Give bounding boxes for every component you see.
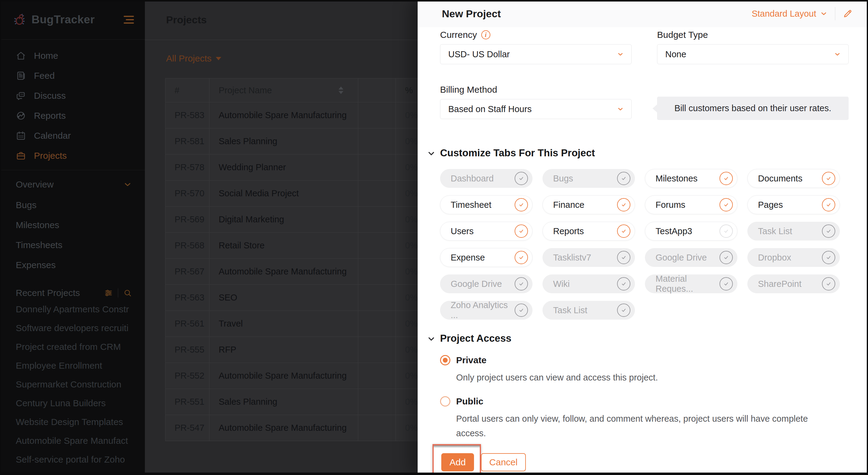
table-row[interactable]: PR-578Wedding Planner0% — [165, 155, 418, 181]
sidebar-item-timesheets[interactable]: Timesheets — [0, 235, 145, 255]
all-projects-filter[interactable]: All Projects — [166, 53, 221, 64]
project-name[interactable]: Retail Store — [210, 233, 358, 259]
recent-project-item[interactable]: Self-service portal for Zoho — [0, 450, 145, 469]
sort-icon[interactable] — [339, 87, 343, 94]
sidebar-item-expenses[interactable]: Expenses — [0, 255, 145, 275]
filter-sliders-icon[interactable] — [104, 288, 113, 297]
tab-pill-documents[interactable]: Documents — [747, 169, 840, 188]
budget-type-label: Budget Type — [657, 30, 848, 40]
table-row[interactable]: PR-568Retail Store0% — [165, 233, 418, 259]
briefcase-icon — [16, 151, 26, 161]
tab-pill-zoho-analytics: Zoho Analytics ... — [440, 301, 532, 320]
recent-project-item[interactable]: Employee Enrollment — [0, 356, 145, 375]
sidebar-item-milestones[interactable]: Milestones — [0, 215, 145, 235]
table-row[interactable]: PR-551Sales Planning0% — [165, 389, 418, 415]
pill-label: Expense — [451, 253, 485, 263]
project-id: PR-570 — [165, 181, 210, 207]
form-footer: Add Cancel — [440, 444, 848, 475]
tab-pill-expense[interactable]: Expense — [440, 248, 532, 267]
check-icon — [822, 172, 835, 185]
project-name[interactable]: Wedding Planner — [210, 155, 358, 181]
add-button[interactable]: Add — [441, 453, 474, 471]
table-row[interactable]: PR-561Travel0% — [165, 311, 418, 337]
currency-value: USD- US Dollar — [448, 50, 510, 59]
field-label: Billing Method — [440, 85, 497, 95]
check-icon — [617, 304, 630, 317]
sidebar-item-home[interactable]: Home — [0, 46, 145, 66]
project-name[interactable]: Automobile Spare Manufacturing — [210, 415, 358, 441]
recent-project-item[interactable]: Supermarket Construction — [0, 375, 145, 394]
sidebar-item-feed[interactable]: Feed — [0, 66, 145, 86]
table-row[interactable]: PR-569Digital Marketing0% — [165, 207, 418, 233]
project-name[interactable]: SEO — [210, 285, 358, 311]
currency-select[interactable]: USD- US Dollar — [440, 44, 631, 64]
search-icon[interactable] — [123, 288, 132, 297]
project-name[interactable]: RFP — [210, 337, 358, 363]
table-row[interactable]: PR-583Automobile Spare Manufacturing0% — [165, 102, 418, 128]
main-header: Projects — [145, 0, 417, 40]
project-name[interactable]: Automobile Spare Manufacturing — [210, 259, 358, 285]
project-name[interactable]: Digital Marketing — [210, 207, 358, 233]
recent-project-item[interactable]: Website Design Templates — [0, 413, 145, 432]
hamburger-menu-icon[interactable] — [124, 16, 134, 24]
tab-pill-google-drive: Google Drive — [645, 248, 737, 267]
project-name[interactable]: Social Media Project — [210, 181, 358, 207]
table-row[interactable]: PR-547Automobile Spare Manufacturing0% — [165, 415, 418, 441]
pill-label: Task List — [758, 226, 792, 236]
project-name[interactable]: Automobile Spare Manufacturing — [210, 102, 358, 128]
sidebar-item-label: Feed — [34, 71, 55, 81]
tab-pill-users[interactable]: Users — [440, 222, 532, 241]
table-row[interactable]: PR-567Automobile Spare Manufacturing0% — [165, 259, 418, 285]
project-name[interactable]: Sales Planning — [210, 128, 358, 155]
sidebar-item-reports[interactable]: Reports — [0, 106, 145, 126]
project-id: PR-561 — [165, 311, 210, 337]
tab-pill-testapp3[interactable]: TestApp3 — [645, 222, 737, 241]
column-header-label: Project Name — [218, 86, 272, 95]
pill-label: Pages — [758, 200, 783, 210]
chevron-down-icon[interactable] — [427, 335, 436, 344]
sidebar-item-discuss[interactable]: Discuss — [0, 86, 145, 106]
recent-project-item[interactable]: Donnelly Apartments Constr — [0, 300, 145, 319]
sidebar-item-calendar[interactable]: Calendar — [0, 126, 145, 146]
table-row[interactable]: PR-552Automobile Spare Manufacturing0% — [165, 363, 418, 389]
tab-pill-reports[interactable]: Reports — [542, 222, 635, 241]
recent-project-label: Supermarket Construction — [16, 379, 122, 389]
budget-type-select[interactable]: None — [657, 44, 848, 64]
sidebar-item-bugs[interactable]: Bugs — [0, 195, 145, 215]
tab-pill-timesheet[interactable]: Timesheet — [440, 195, 532, 214]
table-row[interactable]: PR-581Sales Planning0% — [165, 128, 418, 155]
recent-projects-label: Recent Projects — [16, 288, 80, 298]
sidebar-section-overview[interactable]: Overview — [0, 174, 145, 195]
reports-icon — [16, 110, 26, 121]
radio-unselected-icon[interactable] — [440, 396, 451, 407]
access-option-private[interactable]: Private — [440, 355, 848, 365]
sidebar-item-projects[interactable]: Projects — [0, 146, 145, 166]
table-row[interactable]: PR-555RFP0% — [165, 337, 418, 363]
layout-selector[interactable]: Standard Layout — [752, 9, 828, 19]
recent-project-item[interactable]: Software developers recruiti — [0, 319, 145, 338]
tab-pill-task-list-2: Task List — [542, 301, 635, 320]
tab-pill-forums[interactable]: Forums — [645, 195, 737, 214]
cancel-button[interactable]: Cancel — [481, 453, 526, 471]
table-row[interactable]: PR-570Social Media Project0% — [165, 181, 418, 207]
info-icon[interactable]: i — [481, 30, 490, 39]
tab-pill-finance[interactable]: Finance — [542, 195, 635, 214]
radio-selected-icon[interactable] — [440, 355, 451, 365]
tab-pill-milestones[interactable]: Milestones — [645, 169, 737, 188]
edit-pencil-icon[interactable] — [842, 8, 853, 19]
recent-project-item[interactable]: Project created from CRM — [0, 338, 145, 356]
project-id: PR-552 — [165, 363, 210, 389]
projects-list-pane: Projects All Projects # Project Name % P… — [145, 0, 417, 475]
table-row[interactable]: PR-563SEO0% — [165, 285, 418, 311]
chevron-down-icon[interactable] — [427, 149, 436, 158]
project-name[interactable]: Travel — [210, 311, 358, 337]
project-name[interactable]: Sales Planning — [210, 389, 358, 415]
recent-project-item[interactable]: Automobile Spare Manufact — [0, 432, 145, 450]
project-id: PR-568 — [165, 233, 210, 259]
billing-method-select[interactable]: Based on Staff Hours — [440, 99, 631, 119]
tab-pill-pages[interactable]: Pages — [747, 195, 840, 214]
project-name[interactable]: Automobile Spare Manufacturing — [210, 363, 358, 389]
recent-project-item[interactable]: Century Luna Builders — [0, 394, 145, 413]
project-percent: 0% — [396, 337, 417, 363]
access-option-public[interactable]: Public — [440, 396, 848, 407]
